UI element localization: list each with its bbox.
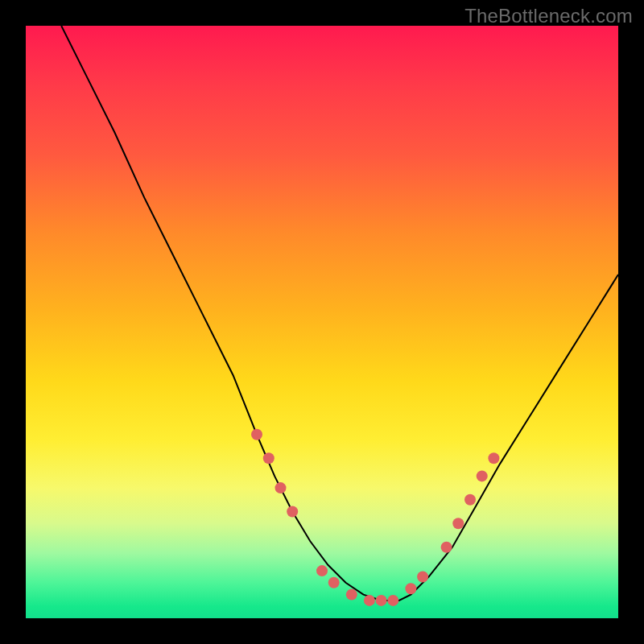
marker-valley-bottom-1 [346,589,357,601]
marker-valley-left-1 [316,565,328,576]
marker-valley-right-1 [405,583,416,594]
marker-left-band-3 [275,482,287,493]
marker-right-band-3 [464,494,476,506]
watermark-text: TheBottleneck.com [464,5,633,27]
marker-left-band-end [287,506,298,518]
marker-valley-bottom-4 [387,595,398,606]
marker-valley-bottom-2 [364,595,375,606]
marker-left-band-2 [263,452,275,464]
chart-svg [26,26,618,618]
marker-valley-right-2 [417,572,428,583]
marker-right-band-4 [477,470,488,481]
marker-right-band-2 [452,518,464,529]
marker-right-band-end [488,452,499,464]
plot-area [26,26,618,618]
marker-valley-left-2 [328,577,340,588]
marker-left-band-start [251,429,262,440]
marker-right-band-start [441,542,452,553]
chart-frame: TheBottleneck.com [0,0,644,644]
markers-group [251,429,499,606]
marker-valley-bottom-3 [376,595,387,606]
bottleneck-curve [61,26,618,601]
